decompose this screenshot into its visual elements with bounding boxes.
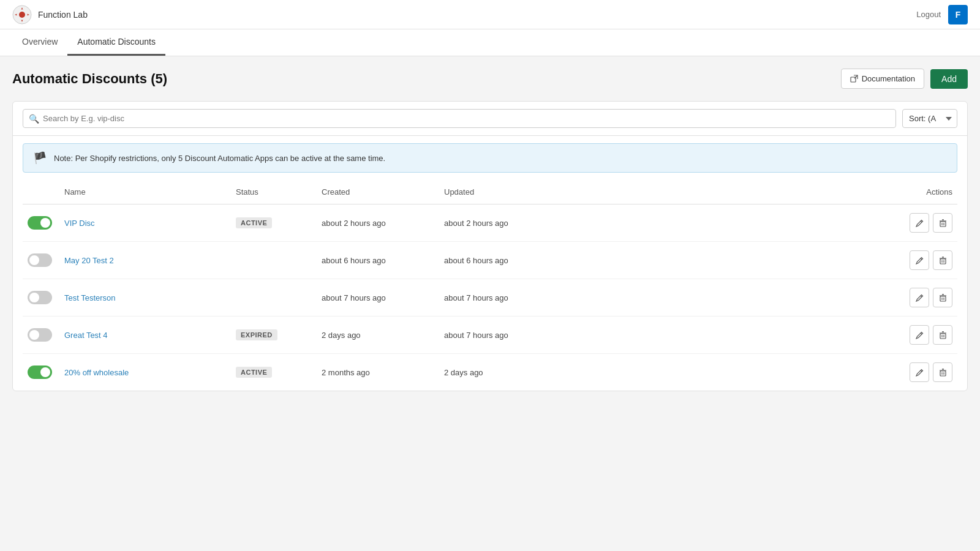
toggle-slider-vip-disc	[28, 216, 52, 230]
topbar-left: Function Lab	[12, 5, 88, 24]
toggle-great-test-4[interactable]	[28, 328, 52, 342]
page-content: Automatic Discounts (5) Documentation Ad…	[0, 56, 980, 403]
trash-icon-may-20-test-2	[939, 257, 947, 264]
svg-line-28	[921, 370, 922, 372]
actions-cell-20-off-wholesale	[562, 354, 957, 391]
trash-icon-test-testerson	[939, 294, 947, 302]
edit-button-great-test-4[interactable]	[910, 325, 929, 345]
search-wrapper: 🔍	[23, 109, 896, 128]
delete-button-20-off-wholesale[interactable]	[933, 362, 952, 382]
action-btns-test-testerson	[567, 288, 952, 307]
table-row: Test Testersonabout 7 hours agoabout 7 h…	[23, 279, 957, 317]
info-flag-icon: 🏴	[33, 151, 47, 165]
col-header-updated: Updated	[439, 180, 562, 204]
external-link-icon	[850, 75, 858, 83]
search-input[interactable]	[23, 109, 896, 128]
name-cell-20-off-wholesale: 20% off wholesale	[59, 354, 231, 391]
table-row: VIP DiscACTIVEabout 2 hours agoabout 2 h…	[23, 204, 957, 242]
tab-overview[interactable]: Overview	[12, 29, 67, 56]
edit-icon-vip-disc	[916, 219, 924, 227]
action-btns-vip-disc	[567, 213, 952, 233]
sort-select[interactable]: Sort: (A Sort: (Z	[902, 109, 957, 128]
col-header-status: Status	[231, 180, 317, 204]
toggle-may-20-test-2[interactable]	[28, 253, 52, 267]
topbar: Function Lab Logout F	[0, 0, 980, 29]
info-banner: 🏴 Note: Per Shopify restrictions, only 5…	[23, 143, 957, 173]
svg-rect-5	[940, 222, 946, 227]
user-avatar: F	[948, 5, 968, 24]
info-banner-text: Note: Per Shopify restrictions, only 5 D…	[54, 154, 385, 163]
svg-rect-11	[940, 259, 946, 264]
header-actions: Documentation Add	[841, 69, 968, 89]
svg-point-1	[19, 12, 25, 18]
discount-link-20-off-wholesale[interactable]: 20% off wholesale	[64, 368, 129, 377]
toggle-test-testerson[interactable]	[28, 291, 52, 304]
created-cell-20-off-wholesale: 2 months ago	[317, 354, 439, 391]
toggle-20-off-wholesale[interactable]	[28, 365, 52, 379]
name-cell-vip-disc: VIP Disc	[59, 204, 231, 242]
trash-icon-great-test-4	[939, 331, 947, 339]
toggle-vip-disc[interactable]	[28, 216, 52, 230]
toggle-slider-may-20-test-2	[28, 253, 52, 267]
svg-line-22	[921, 333, 922, 334]
name-cell-may-20-test-2: May 20 Test 2	[59, 242, 231, 279]
created-cell-vip-disc: about 2 hours ago	[317, 204, 439, 242]
add-button[interactable]: Add	[930, 69, 968, 89]
toggle-cell-may-20-test-2	[23, 242, 59, 279]
delete-button-vip-disc[interactable]	[933, 213, 952, 233]
discount-link-may-20-test-2[interactable]: May 20 Test 2	[64, 256, 114, 265]
search-icon: 🔍	[29, 114, 39, 124]
updated-cell-may-20-test-2: about 6 hours ago	[439, 242, 562, 279]
toggle-slider-test-testerson	[28, 291, 52, 304]
toggle-slider-great-test-4	[28, 328, 52, 342]
documentation-label: Documentation	[862, 74, 915, 83]
delete-button-test-testerson[interactable]	[933, 288, 952, 307]
toggle-cell-20-off-wholesale	[23, 354, 59, 391]
col-header-created: Created	[317, 180, 439, 204]
action-btns-20-off-wholesale	[567, 362, 952, 382]
status-badge-vip-disc: ACTIVE	[236, 217, 272, 228]
search-row: 🔍 Sort: (A Sort: (Z	[13, 102, 967, 136]
trash-icon-vip-disc	[939, 219, 947, 227]
edit-icon-20-off-wholesale	[916, 369, 924, 377]
edit-button-may-20-test-2[interactable]	[910, 250, 929, 270]
delete-button-great-test-4[interactable]	[933, 325, 952, 345]
status-badge-great-test-4: EXPIRED	[236, 329, 277, 340]
documentation-button[interactable]: Documentation	[841, 69, 924, 89]
status-cell-may-20-test-2	[231, 242, 317, 279]
updated-cell-test-testerson: about 7 hours ago	[439, 279, 562, 317]
tab-automatic-discounts[interactable]: Automatic Discounts	[67, 29, 165, 56]
edit-button-vip-disc[interactable]	[910, 213, 929, 233]
delete-button-may-20-test-2[interactable]	[933, 250, 952, 270]
col-header-toggle	[23, 180, 59, 204]
table-header-row: Name Status Created Updated Actions	[23, 180, 957, 204]
discount-link-test-testerson[interactable]: Test Testerson	[64, 293, 116, 302]
svg-line-4	[921, 221, 922, 222]
col-header-actions: Actions	[562, 180, 957, 204]
col-header-name: Name	[59, 180, 231, 204]
svg-rect-23	[940, 334, 946, 339]
created-cell-great-test-4: 2 days ago	[317, 317, 439, 354]
actions-cell-vip-disc	[562, 204, 957, 242]
edit-button-test-testerson[interactable]	[910, 288, 929, 307]
discounts-table: Name Status Created Updated Actions VIP …	[23, 180, 957, 391]
discount-link-vip-disc[interactable]: VIP Disc	[64, 219, 95, 228]
updated-cell-vip-disc: about 2 hours ago	[439, 204, 562, 242]
edit-button-20-off-wholesale[interactable]	[910, 362, 929, 382]
page-title: Automatic Discounts (5)	[12, 71, 167, 87]
trash-icon-20-off-wholesale	[939, 369, 947, 377]
discount-link-great-test-4[interactable]: Great Test 4	[64, 331, 108, 340]
page-header: Automatic Discounts (5) Documentation Ad…	[12, 69, 968, 89]
svg-rect-17	[940, 296, 946, 301]
created-cell-test-testerson: about 7 hours ago	[317, 279, 439, 317]
topbar-right: Logout F	[916, 5, 968, 24]
app-name: Function Lab	[38, 10, 88, 20]
edit-icon-great-test-4	[916, 331, 924, 339]
main-card: 🔍 Sort: (A Sort: (Z 🏴 Note: Per Shopify …	[12, 101, 968, 391]
action-btns-may-20-test-2	[567, 250, 952, 270]
status-badge-20-off-wholesale: ACTIVE	[236, 367, 272, 378]
toggle-cell-great-test-4	[23, 317, 59, 354]
table-row: May 20 Test 2about 6 hours agoabout 6 ho…	[23, 242, 957, 279]
logout-link[interactable]: Logout	[916, 10, 941, 19]
svg-line-16	[921, 296, 922, 297]
